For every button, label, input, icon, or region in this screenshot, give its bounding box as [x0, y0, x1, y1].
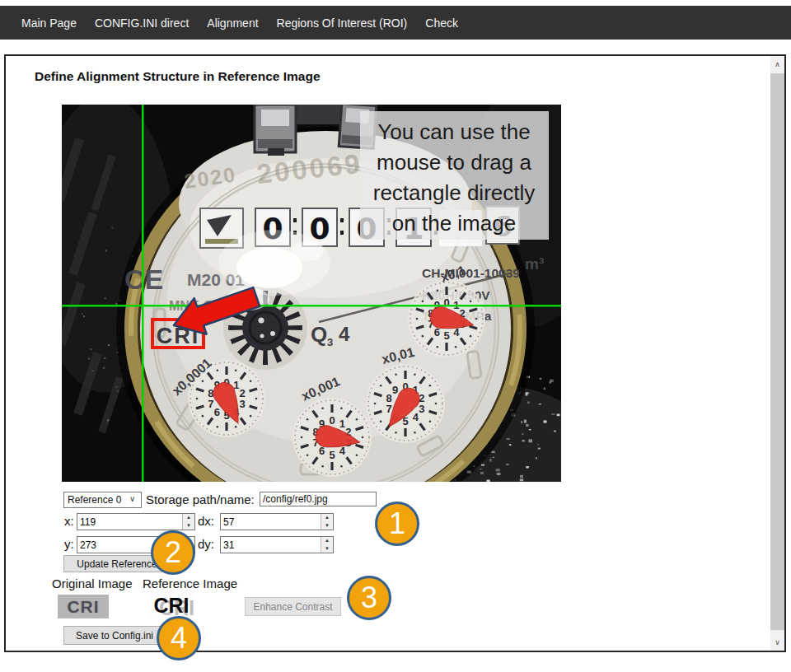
x-label: x:: [64, 514, 74, 528]
nav-item-check[interactable]: Check: [416, 16, 467, 30]
svg-text:rectangle directly: rectangle directly: [373, 180, 536, 205]
svg-text:4: 4: [413, 411, 419, 423]
dy-spin-up-icon[interactable]: ▲: [321, 537, 333, 545]
svg-text:4: 4: [339, 445, 346, 457]
scrollbar-thumb[interactable]: [770, 73, 784, 630]
y-label: y:: [64, 537, 74, 551]
dy-input[interactable]: [221, 537, 321, 553]
nav-item-main-page[interactable]: Main Page: [12, 16, 86, 30]
step-badge-4: 4: [157, 616, 201, 660]
dx-field: ▲▼: [220, 513, 334, 530]
x-input[interactable]: [77, 514, 182, 530]
svg-text:3: 3: [327, 336, 333, 348]
enhance-contrast-button[interactable]: Enhance Contrast: [245, 597, 341, 616]
svg-text:You can use the: You can use the: [377, 119, 531, 144]
nav-item-alignment[interactable]: Alignment: [198, 16, 267, 30]
svg-text:6: 6: [214, 406, 220, 418]
svg-text:9: 9: [392, 384, 398, 396]
dx-spin-up-icon[interactable]: ▲: [321, 514, 333, 522]
frame-scrollbar[interactable]: ∧ ∨: [770, 56, 784, 651]
step-badge-3: 3: [347, 576, 391, 620]
reference-image-preview: CRI CRI: [147, 592, 195, 619]
storage-path-input[interactable]: [260, 492, 377, 506]
nav-item-roi[interactable]: Regions Of Interest (ROI): [268, 16, 417, 30]
dy-label: dy:: [198, 537, 214, 551]
svg-text:3: 3: [419, 403, 424, 415]
svg-text:5: 5: [329, 449, 335, 461]
svg-text:mouse to drag a: mouse to drag a: [377, 150, 531, 175]
x-field: ▲▼: [77, 513, 195, 530]
svg-text:on the image: on the image: [392, 211, 516, 236]
page-title: Define Alignment Structure in Reference …: [35, 69, 321, 84]
svg-text:8: 8: [208, 387, 213, 399]
step-badge-2: 2: [151, 530, 195, 575]
reference-select[interactable]: Reference 0: [63, 492, 142, 508]
content-frame: Define Alignment Structure in Reference …: [4, 54, 786, 652]
svg-text:4: 4: [339, 323, 350, 345]
svg-text:7: 7: [386, 403, 391, 415]
dy-spin-down-icon[interactable]: ▼: [321, 545, 333, 553]
nav-item-config-ini[interactable]: CONFIG.INI direct: [86, 16, 198, 30]
step-badge-1: 1: [375, 502, 419, 546]
x-spin-up-icon[interactable]: ▲: [183, 514, 194, 522]
svg-text:CH-MI001-10039: CH-MI001-10039: [422, 266, 520, 280]
dx-label: dx:: [198, 514, 214, 528]
reference-image-canvas[interactable]: 2020 200069 0: [62, 105, 561, 482]
drag-hint-overlay: You can use the mouse to drag a rectangl…: [360, 111, 549, 240]
dy-field: ▲▼: [220, 536, 334, 553]
original-image-preview: CRI: [58, 595, 109, 618]
svg-text:0: 0: [329, 414, 335, 427]
scroll-up-icon[interactable]: ∧: [770, 56, 784, 72]
scroll-down-icon[interactable]: ∨: [770, 634, 784, 651]
x-spin-down-icon[interactable]: ▼: [183, 522, 194, 530]
reference-image-label: Reference Image: [143, 576, 237, 590]
original-image-label: Original Image: [52, 576, 133, 590]
svg-text:CE: CE: [124, 264, 163, 295]
top-navbar: Main Page CONFIG.INI direct Alignment Re…: [0, 6, 791, 40]
dx-input[interactable]: [221, 514, 321, 530]
svg-text:5: 5: [443, 329, 449, 342]
dx-spin-down-icon[interactable]: ▼: [321, 522, 333, 530]
save-to-config-button[interactable]: Save to Config.ini: [63, 626, 166, 645]
alignment-page: Main Page CONFIG.INI direct Alignment Re…: [0, 0, 791, 672]
storage-path-label: Storage path/name:: [146, 492, 255, 506]
svg-text:1: 1: [339, 418, 345, 430]
unit-label: m³: [525, 255, 544, 273]
svg-text:3: 3: [239, 398, 245, 410]
svg-text:Q: Q: [311, 322, 327, 347]
svg-text:8: 8: [386, 392, 391, 404]
